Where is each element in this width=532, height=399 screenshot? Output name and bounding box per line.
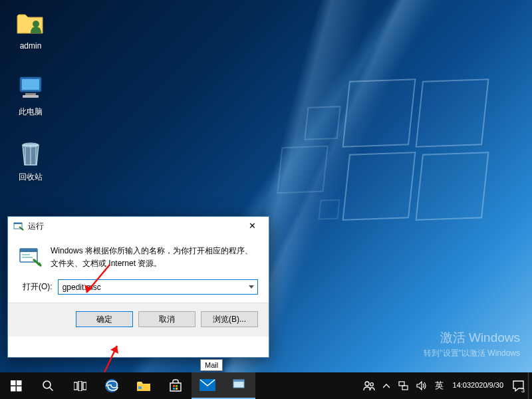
svg-point-34	[370, 383, 373, 386]
svg-rect-28	[173, 388, 175, 390]
ok-button[interactable]: 确定	[76, 311, 133, 327]
run-dialog-icon	[19, 245, 43, 269]
svg-point-18	[43, 381, 51, 388]
open-combobox[interactable]	[58, 279, 258, 295]
recycle-bin-icon	[15, 137, 47, 169]
activation-watermark: 激活 Windows 转到"设置"以激活 Windows	[424, 329, 520, 359]
tray-time: 14:03	[453, 381, 471, 390]
show-desktop-button[interactable]	[528, 372, 532, 399]
svg-rect-3	[25, 93, 36, 95]
desktop-icon-admin[interactable]: admin	[5, 7, 56, 51]
browse-button[interactable]: 浏览(B)...	[201, 311, 258, 327]
user-folder-icon	[15, 7, 47, 39]
open-label: 打开(O):	[23, 281, 53, 293]
desktop[interactable]: admin 此电脑 回收站 新 激活 Windows 转到"设置"以激活 Win…	[0, 0, 532, 399]
taskbar: 英 14:03 2020/9/30 3	[0, 372, 532, 399]
windows-logo-icon	[11, 380, 22, 392]
svg-rect-15	[17, 380, 22, 386]
cancel-button[interactable]: 取消	[138, 311, 196, 327]
folder-icon	[137, 380, 150, 392]
taskbar-app-edge[interactable]	[96, 372, 128, 399]
svg-point-5	[23, 143, 39, 147]
taskbar-app-store[interactable]	[160, 372, 192, 399]
tray-network[interactable]	[394, 372, 412, 399]
desktop-icon-this-pc[interactable]: 此电脑	[5, 72, 56, 118]
svg-rect-21	[78, 381, 82, 391]
taskbar-app-run[interactable]	[223, 372, 255, 399]
tray-people[interactable]	[359, 372, 379, 399]
tray-date: 2020/9/30	[471, 381, 503, 390]
run-dialog: 运行 ✕ Windows 将根据你所输入的名称，为你打开相应的程序、文件夹、文档…	[7, 216, 269, 358]
run-window-icon	[233, 379, 246, 391]
search-icon	[42, 380, 54, 392]
desktop-icon-label: 回收站	[19, 172, 43, 182]
run-icon	[13, 221, 24, 231]
svg-rect-32	[233, 380, 244, 382]
svg-rect-29	[176, 388, 178, 390]
run-dialog-title: 运行	[28, 221, 239, 232]
tray-chevron-up[interactable]	[379, 372, 394, 399]
mail-icon	[200, 379, 215, 391]
watermark-line1: 激活 Windows	[424, 329, 520, 346]
task-view-button[interactable]	[64, 372, 96, 399]
tray-ime[interactable]: 英	[431, 372, 448, 399]
svg-rect-25	[138, 386, 142, 389]
tray-action-center[interactable]: 3	[509, 372, 528, 399]
svg-rect-14	[11, 380, 16, 386]
edge-icon	[104, 378, 119, 393]
task-view-icon	[74, 381, 86, 391]
run-dialog-titlebar[interactable]: 运行 ✕	[8, 217, 269, 235]
wallpaper-windows-logo	[279, 66, 505, 266]
desktop-icon-recycle-bin[interactable]: 回收站	[5, 137, 56, 183]
svg-rect-2	[22, 79, 39, 90]
store-icon	[169, 379, 182, 392]
svg-rect-16	[11, 386, 16, 392]
computer-icon	[15, 72, 47, 104]
run-dialog-description: Windows 将根据你所输入的名称，为你打开相应的程序、文件夹、文档或 Int…	[51, 245, 258, 270]
svg-rect-27	[176, 385, 178, 387]
svg-rect-17	[17, 386, 22, 392]
desktop-icon-label: 此电脑	[19, 107, 43, 116]
svg-rect-7	[14, 223, 22, 224]
taskbar-tooltip: Mail	[200, 359, 223, 371]
close-button[interactable]: ✕	[239, 219, 265, 233]
svg-point-0	[33, 21, 39, 27]
svg-rect-22	[83, 382, 86, 390]
desktop-icon-label: admin	[20, 41, 42, 51]
svg-rect-36	[402, 386, 408, 390]
chevron-up-icon	[383, 384, 390, 388]
tray-volume[interactable]	[412, 372, 431, 399]
svg-point-33	[365, 382, 369, 386]
search-button[interactable]	[32, 372, 64, 399]
svg-rect-9	[20, 249, 37, 252]
people-icon	[363, 380, 375, 392]
taskbar-app-explorer[interactable]	[128, 372, 160, 399]
svg-line-19	[50, 388, 53, 391]
svg-rect-35	[399, 382, 404, 386]
tray-clock[interactable]: 14:03 2020/9/30	[448, 372, 509, 399]
run-dialog-button-row: 确定 取消 浏览(B)...	[8, 303, 269, 336]
chevron-down-icon[interactable]	[245, 280, 257, 294]
speaker-icon	[416, 381, 427, 390]
system-tray: 英 14:03 2020/9/30 3	[359, 372, 532, 399]
svg-rect-11	[22, 257, 33, 258]
open-input[interactable]	[58, 279, 258, 295]
svg-rect-20	[74, 382, 77, 390]
taskbar-app-mail[interactable]	[192, 372, 223, 399]
watermark-line2: 转到"设置"以激活 Windows	[424, 348, 520, 359]
notification-count: 3	[521, 387, 525, 394]
network-icon	[398, 380, 408, 391]
svg-rect-10	[22, 254, 30, 255]
svg-rect-26	[173, 385, 175, 387]
svg-rect-4	[23, 95, 39, 98]
start-button[interactable]	[0, 372, 32, 399]
